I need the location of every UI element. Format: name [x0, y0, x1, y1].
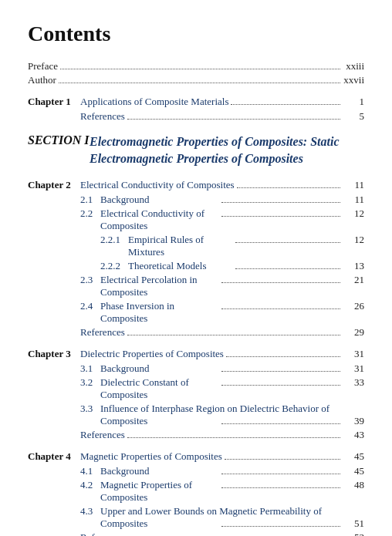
entry-4-2-num: 4.2	[80, 479, 100, 491]
entry-4-3-title-block: Upper and Lower Bounds on Magnetic Perme…	[100, 505, 364, 530]
entry-2-2-title: Electrical Conductivity of Composites	[100, 207, 219, 232]
section-1-block: SECTION I Electromagnetic Properties of …	[28, 133, 364, 168]
entry-4-3-num: 4.3	[80, 505, 100, 517]
entry-3-1-page: 31	[343, 362, 364, 375]
chapter-2-row: Chapter 2 Electrical Conductivity of Com…	[28, 179, 364, 191]
chapter-4-num: Chapter 4	[28, 450, 80, 463]
entry-2-2-1-num: 2.2.1	[100, 234, 128, 246]
entry-3-1-dots	[221, 371, 340, 372]
front-matter: Preface xxiii Author xxvii	[28, 60, 364, 86]
preface-label: Preface	[28, 60, 58, 72]
entry-3-2-page: 33	[343, 376, 364, 389]
chapter-3-refs-label: References	[80, 429, 125, 441]
entry-4-2: 4.2 Magnetic Properties of Composites 48	[80, 479, 364, 504]
entry-4-3-dots	[221, 526, 340, 527]
entry-2-2-1-dots	[235, 242, 340, 243]
entry-2-2-1-title: Empirical Rules of Mixtures	[128, 234, 233, 258]
chapter-1-page: 1	[343, 96, 364, 108]
entry-2-2-2-num: 2.2.2	[100, 260, 128, 272]
chapter-3-row: Chapter 3 Dielectric Properties of Compo…	[28, 348, 364, 360]
entry-3-2-num: 3.2	[80, 376, 100, 389]
chapter-3-title: Dielectric Properties of Composites	[80, 348, 224, 360]
chapter-3-refs-row: References 43	[80, 429, 364, 441]
chapter-2-entries: 2.1 Background 11 2.2 Electrical Conduct…	[80, 194, 364, 339]
author-label: Author	[28, 74, 56, 86]
entry-4-2-dots	[221, 487, 340, 488]
chapter-4-title: Magnetic Properties of Composites	[80, 450, 222, 463]
entry-2-2-1: 2.2.1 Empirical Rules of Mixtures 12	[100, 234, 364, 258]
chapter-4-refs-page: 53	[343, 531, 364, 536]
entry-2-1-num: 2.1	[80, 194, 100, 206]
entry-4-1-title: Background	[100, 465, 219, 477]
entry-2-1-page: 11	[343, 194, 364, 206]
entry-2-2-1-page: 12	[343, 234, 364, 246]
entry-3-3-page: 39	[343, 415, 364, 427]
chapter-4-dots	[225, 459, 340, 460]
chapter-2-refs-label: References	[80, 326, 125, 339]
chapter-3-dots	[226, 356, 340, 357]
entry-2-2-2-dots	[235, 268, 340, 269]
chapter-4-entries: 4.1 Background 45 4.2 Magnetic Propertie…	[80, 465, 364, 536]
entry-3-3-first-line: Influence of Interphase Region on Dielec…	[100, 403, 364, 415]
chapter-1-title-line: Applications of Composite Materials 1	[80, 96, 364, 108]
chapter-4-block: Chapter 4 Magnetic Properties of Composi…	[28, 450, 364, 536]
chapter-4-row: Chapter 4 Magnetic Properties of Composi…	[28, 450, 364, 463]
entry-2-2-2: 2.2.2 Theoretical Models 13	[100, 260, 364, 272]
entry-2-4-page: 26	[343, 300, 364, 312]
chapter-2-refs-dots	[127, 335, 340, 335]
chapter-1-title-block: Applications of Composite Materials 1	[80, 96, 364, 108]
chapter-4-title-block: Magnetic Properties of Composites 45	[80, 450, 364, 463]
entry-2-3: 2.3 Electrical Percolation in Composites…	[80, 274, 364, 298]
chapter-2-refs-page: 29	[343, 326, 364, 339]
chapter-3-entries: 3.1 Background 31 3.2 Dielectric Constan…	[80, 362, 364, 441]
entry-2-2-2-page: 13	[343, 260, 364, 272]
chapter-1-row: Chapter 1 Applications of Composite Mate…	[28, 96, 364, 108]
author-page: xxvii	[343, 74, 364, 86]
page-title: Contents	[28, 22, 364, 46]
entry-4-1: 4.1 Background 45	[80, 465, 364, 477]
entry-4-3: 4.3 Upper and Lower Bounds on Magnetic P…	[80, 505, 364, 530]
entry-4-1-num: 4.1	[80, 465, 100, 477]
chapter-2-page: 11	[343, 179, 364, 191]
entry-3-3-dots	[221, 423, 340, 424]
entry-2-2-subs: 2.2.1 Empirical Rules of Mixtures 12 2.2…	[100, 234, 364, 272]
chapter-3-title-line: Dielectric Properties of Composites 31	[80, 348, 364, 360]
entry-2-1-title: Background	[100, 194, 219, 206]
entry-2-3-dots	[221, 282, 340, 283]
chapter-2-title: Electrical Conductivity of Composites	[80, 179, 235, 191]
entry-4-3-first-line: Upper and Lower Bounds on Magnetic Perme…	[100, 505, 364, 517]
chapter-4-page: 45	[343, 450, 364, 463]
chapter-1-refs-page: 5	[343, 110, 364, 123]
entry-2-3-num: 2.3	[80, 274, 100, 286]
section-1-label: SECTION I	[28, 133, 90, 147]
entry-2-4-num: 2.4	[80, 300, 100, 312]
entry-2-1-dots	[221, 202, 340, 203]
chapter-3-page: 31	[343, 348, 364, 360]
entry-4-1-dots	[221, 474, 340, 474]
entry-2-2-page: 12	[343, 207, 364, 220]
preface-dots	[60, 69, 340, 69]
chapter-2-dots	[237, 187, 340, 188]
chapter-4-refs-row: References 53	[80, 531, 364, 536]
chapter-2-num: Chapter 2	[28, 179, 80, 191]
entry-2-2-2-title: Theoretical Models	[128, 260, 233, 272]
preface-line: Preface xxiii	[28, 60, 364, 72]
entry-3-2-title: Dielectric Constant of Composites	[100, 376, 219, 401]
chapter-1-refs-dots	[127, 119, 340, 120]
chapter-1-title: Applications of Composite Materials	[80, 96, 228, 108]
chapter-3-refs-dots	[127, 437, 340, 438]
entry-3-3-title-block: Influence of Interphase Region on Dielec…	[100, 403, 364, 427]
entry-2-4-title: Phase Inversion in Composites	[100, 300, 219, 325]
entry-3-3-second-line: Composites 39	[100, 415, 364, 427]
preface-page: xxiii	[343, 60, 364, 72]
entry-4-3-second-line: Composites 51	[100, 517, 364, 530]
entry-3-1-title: Background	[100, 362, 219, 375]
chapter-3-num: Chapter 3	[28, 348, 80, 360]
entry-2-4-dots	[221, 308, 340, 309]
author-dots	[59, 83, 340, 83]
entry-4-3-title-part1: Upper and Lower Bounds on Magnetic Perme…	[100, 505, 322, 517]
chapter-1-dots	[231, 104, 340, 105]
chapter-3-refs-page: 43	[343, 429, 364, 441]
entry-3-3: 3.3 Influence of Interphase Region on Di…	[80, 403, 364, 427]
entry-4-1-page: 45	[343, 465, 364, 477]
